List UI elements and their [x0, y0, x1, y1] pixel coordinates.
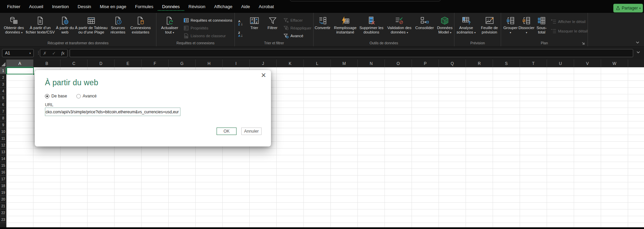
- collapse-ribbon-chevron-icon[interactable]: [635, 41, 640, 44]
- fill-handle[interactable]: [32, 73, 34, 75]
- ungroup-cells-icon: [522, 16, 531, 26]
- show-detail-button: Afficher le détail: [551, 19, 586, 24]
- row-header-19[interactable]: 19: [0, 189, 6, 196]
- row-header-15[interactable]: 15: [0, 162, 6, 169]
- row-header-11[interactable]: 11: [0, 135, 6, 142]
- get-data-button[interactable]: Obtenir des données ▾: [3, 15, 25, 35]
- column-header-I[interactable]: I: [223, 60, 250, 67]
- column-header-M[interactable]: M: [331, 60, 358, 67]
- from-text-csv-button[interactable]: À partir d’un fichier texte/CSV: [25, 15, 55, 35]
- menu-acrobat[interactable]: Acrobat: [254, 2, 278, 11]
- column-header-P[interactable]: P: [412, 60, 439, 67]
- column-header-A[interactable]: A: [6, 60, 33, 67]
- column-header-U[interactable]: U: [547, 60, 574, 67]
- column-header-L[interactable]: L: [304, 60, 331, 67]
- menu-affichage[interactable]: Affichage: [210, 2, 237, 11]
- column-header-S[interactable]: S: [493, 60, 520, 67]
- menu-revision[interactable]: Révision: [184, 2, 210, 11]
- database-table-icon: [9, 16, 18, 26]
- sort-az-button[interactable]: AZ↓: [238, 17, 243, 26]
- radio-de-base[interactable]: De base: [45, 94, 67, 98]
- column-header-F[interactable]: F: [142, 60, 169, 67]
- sort-button[interactable]: ZAAZ Trier: [247, 15, 262, 30]
- from-table-range-button[interactable]: À partir de Tableau ou d’une Plage: [74, 15, 108, 35]
- row-header-4[interactable]: 4: [0, 88, 6, 94]
- column-header-W[interactable]: W: [601, 60, 628, 67]
- menu-formules[interactable]: Formules: [131, 2, 158, 11]
- row-header-13[interactable]: 13: [0, 148, 6, 155]
- row-header-23[interactable]: 23: [0, 216, 6, 223]
- menu-donnees-active-tab[interactable]: Données: [158, 2, 184, 11]
- menu-insertion[interactable]: Insertion: [48, 2, 73, 11]
- row-header-17[interactable]: 17: [0, 176, 6, 182]
- column-header-O[interactable]: O: [385, 60, 412, 67]
- queries-connections-button[interactable]: Requêtes et connexions: [183, 18, 232, 23]
- column-header-D[interactable]: D: [88, 60, 115, 67]
- column-header-V[interactable]: V: [574, 60, 601, 67]
- formula-input[interactable]: [70, 49, 633, 57]
- row-header-18[interactable]: 18: [0, 182, 6, 189]
- text-to-columns-button[interactable]: Convertir: [314, 15, 331, 30]
- row-header-16[interactable]: 16: [0, 169, 6, 176]
- ok-button[interactable]: OK: [217, 128, 237, 135]
- name-box[interactable]: A1 ▾: [2, 49, 34, 57]
- row-header-12[interactable]: 12: [0, 142, 6, 148]
- cancel-button[interactable]: Annuler: [241, 128, 262, 135]
- existing-connections-button[interactable]: Connexions existantes: [128, 15, 153, 35]
- menu-accueil[interactable]: Accueil: [25, 2, 48, 11]
- select-all-corner[interactable]: [0, 60, 6, 67]
- menu-dessin[interactable]: Dessin: [73, 2, 96, 11]
- close-icon[interactable]: ✕: [261, 71, 266, 79]
- flash-fill-button[interactable]: Remplissage instantané: [333, 15, 357, 35]
- column-header-G[interactable]: G: [169, 60, 196, 67]
- column-header-B[interactable]: B: [33, 60, 60, 67]
- column-header-N[interactable]: N: [358, 60, 385, 67]
- group-button[interactable]: Grouper▾: [503, 15, 518, 35]
- insert-function-button[interactable]: fx: [61, 50, 64, 56]
- data-validation-button[interactable]: Validation des données ▾: [385, 15, 414, 35]
- row-header-9[interactable]: 9: [0, 121, 6, 128]
- ungroup-button[interactable]: Dissocier▾: [518, 15, 534, 35]
- share-button[interactable]: Partager ▾: [613, 4, 643, 13]
- row-header-3[interactable]: 3: [0, 81, 6, 88]
- advanced-filter-button[interactable]: Avancé: [283, 33, 303, 39]
- column-header-C[interactable]: C: [60, 60, 88, 67]
- menu-aide[interactable]: Aide: [237, 2, 254, 11]
- column-header-T[interactable]: T: [520, 60, 547, 67]
- column-header-K[interactable]: K: [277, 60, 304, 67]
- column-header-H[interactable]: H: [196, 60, 223, 67]
- data-validation-icon: [395, 16, 404, 26]
- row-header-21[interactable]: 21: [0, 203, 6, 209]
- row-header-2[interactable]: 2: [0, 74, 6, 81]
- url-input[interactable]: cko.com/api/v3/simple/price?ids=bitcoin,…: [45, 108, 180, 116]
- what-if-analysis-button[interactable]: ? Analyse scénarios ▾: [455, 15, 477, 35]
- forecast-sheet-button[interactable]: Feuille de prévision: [479, 15, 500, 35]
- column-header-E[interactable]: E: [115, 60, 142, 67]
- dialog-launcher-icon[interactable]: [581, 41, 585, 45]
- remove-duplicates-button[interactable]: Supprimer les doublons: [359, 15, 384, 35]
- row-header-7[interactable]: 7: [0, 108, 6, 115]
- menu-fichier[interactable]: Fichier: [3, 2, 25, 11]
- subtotal-button[interactable]: Sous-total: [535, 15, 548, 35]
- filter-button[interactable]: Filtrer: [265, 15, 281, 30]
- row-header-14[interactable]: 14: [0, 155, 6, 162]
- sort-za-button[interactable]: ZA↓: [238, 29, 243, 38]
- column-header-J[interactable]: J: [250, 60, 277, 67]
- radio-avance[interactable]: Avancé: [76, 94, 97, 98]
- row-header-8[interactable]: 8: [0, 115, 6, 121]
- row-header-5[interactable]: 5: [0, 94, 6, 101]
- data-model-button[interactable]: Données Model ▾: [436, 15, 454, 35]
- from-web-button[interactable]: À partir du web: [55, 15, 74, 35]
- menu-mise-en-page[interactable]: Mise en page: [96, 2, 131, 11]
- row-header-1[interactable]: 1: [0, 67, 6, 74]
- row-header-6[interactable]: 6: [0, 101, 6, 108]
- expand-formula-bar-chevron-icon[interactable]: [636, 51, 641, 54]
- recent-sources-button[interactable]: Sources récentes: [108, 15, 128, 35]
- consolidate-button[interactable]: Consolider: [415, 15, 434, 30]
- refresh-all-button[interactable]: Actualiser tout ▾: [159, 15, 180, 35]
- row-header-10[interactable]: 10: [0, 128, 6, 135]
- row-header-20[interactable]: 20: [0, 196, 6, 203]
- column-header-Q[interactable]: Q: [439, 60, 466, 67]
- column-header-R[interactable]: R: [466, 60, 493, 67]
- row-header-22[interactable]: 22: [0, 209, 6, 216]
